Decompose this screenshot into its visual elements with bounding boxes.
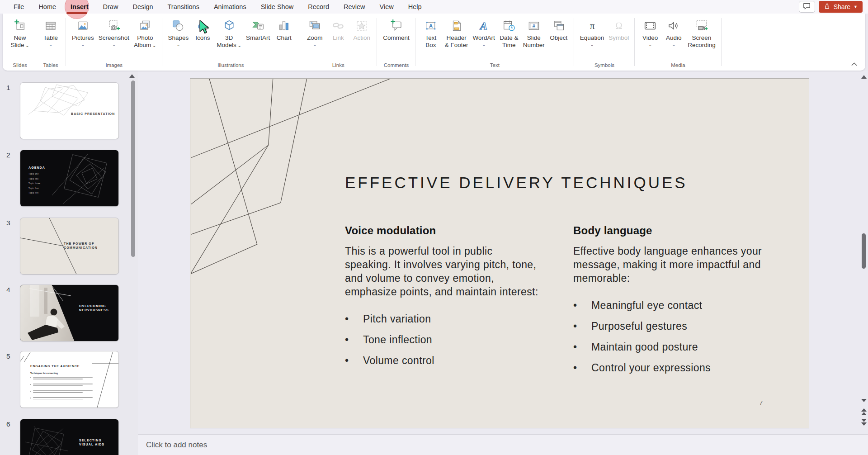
thumbnail-slide-title: THE POWER OF COMMUNICATION: [64, 242, 104, 250]
ribbon-button-3d-models[interactable]: 3DModels ⌄: [215, 17, 243, 50]
ribbon-button-text-box[interactable]: ATextBox: [420, 17, 442, 49]
photo-album-icon: [137, 18, 153, 33]
scroll-down-icon[interactable]: [861, 399, 867, 402]
menu-tab-home[interactable]: Home: [31, 0, 63, 14]
button-label: Date &: [500, 34, 518, 42]
thumbnail-topic: Topic three: [28, 182, 40, 185]
ribbon-button-header-footer[interactable]: Header& Footer: [443, 17, 470, 49]
scroll-up-icon[interactable]: [861, 75, 867, 79]
ribbon-button-slide-number[interactable]: #SlideNumber: [521, 17, 547, 49]
thumbnail-scroll-up-icon[interactable]: [129, 74, 135, 78]
button-label: WordArt: [473, 34, 495, 42]
ribbon-button-screenshot[interactable]: Screenshot⌄: [97, 17, 131, 48]
ribbon-button-comment[interactable]: Comment: [381, 17, 411, 43]
ribbon-button-wordart[interactable]: AWordArt⌄: [471, 17, 497, 48]
slide-thumbnail-5[interactable]: ENGAGING THE AUDIENCETechniques for conn…: [20, 351, 118, 408]
button-label: & Footer: [445, 42, 468, 49]
collapse-ribbon-button[interactable]: [850, 61, 858, 67]
ribbon-button-symbol: ΩSymbol: [607, 17, 631, 43]
ribbon-button-object[interactable]: Object: [547, 17, 570, 43]
menu-tab-file[interactable]: File: [6, 0, 31, 14]
ribbon-button-new-slide[interactable]: NewSlide ⌄: [9, 17, 31, 50]
menu-tab-draw[interactable]: Draw: [96, 0, 126, 14]
slide-number-label: 4: [6, 286, 10, 294]
notes-placeholder[interactable]: Click to add notes: [146, 441, 207, 450]
bullet-dot: •: [573, 299, 591, 312]
bullet-item: •Control your expressions: [573, 361, 769, 374]
slide-title[interactable]: EFFECTIVE DELIVERY TECHNIQUES: [345, 174, 688, 192]
share-label: Share: [834, 3, 850, 10]
ribbon-group-comments: CommentComments: [377, 14, 415, 71]
ribbon-button-screen-recording[interactable]: ScreenRecording: [686, 17, 717, 49]
ribbon-button-shapes[interactable]: Shapes⌄: [166, 17, 191, 48]
menu-tab-help[interactable]: Help: [401, 0, 429, 14]
ribbon-button-smartart[interactable]: SmartArt: [244, 17, 272, 43]
bullet-item: •Pitch variation: [345, 312, 540, 326]
menu-tab-slide-show[interactable]: Slide Show: [254, 0, 301, 14]
object-icon: [551, 18, 566, 33]
svg-text:#: #: [533, 23, 536, 28]
dropdown-chevron-icon: ⌄: [49, 43, 52, 47]
comments-pane-button[interactable]: [799, 1, 815, 13]
slide-thumbnail-6[interactable]: SELECTING VISUAL AIDS: [20, 419, 118, 455]
button-label: New: [14, 34, 26, 42]
ribbon-group-label: Links: [303, 61, 373, 71]
slide-thumbnail-3[interactable]: THE POWER OF COMMUNICATION: [20, 218, 118, 274]
ribbon-button-equation[interactable]: πEquation⌄: [578, 17, 606, 48]
bullet-dot: •: [573, 319, 591, 333]
share-chevron-icon: ▼: [854, 5, 858, 9]
bullet-dot: •: [573, 361, 591, 374]
column-body-text: This is a powerful tool in public speaki…: [345, 244, 540, 299]
share-button[interactable]: Share ▼: [819, 1, 863, 13]
bullet-text: Purposeful gestures: [591, 319, 687, 333]
ribbon-button-zoom[interactable]: Zoom⌄: [303, 17, 326, 48]
button-label: Time: [502, 42, 516, 49]
thumbnail-scrollbar-thumb[interactable]: [131, 81, 135, 257]
bullet-text: Pitch variation: [363, 312, 431, 326]
slide-thumbnail-4[interactable]: OVERCOMING NERVOUSNESS: [20, 285, 118, 341]
button-label: Screen: [692, 34, 712, 42]
ribbon-button-video[interactable]: Video⌄: [639, 17, 661, 48]
menu-tab-insert[interactable]: Insert: [63, 0, 96, 14]
menu-tab-view[interactable]: View: [373, 0, 401, 14]
ribbon-button-date-time[interactable]: Date &Time: [498, 17, 520, 49]
slide-column-body-language[interactable]: Body languageEffective body language enh…: [573, 224, 769, 382]
button-label: Box: [425, 42, 436, 49]
ribbon-group-label: Symbols: [578, 61, 631, 71]
button-label: Slide ⌄: [10, 42, 29, 49]
new-slide-icon: [12, 18, 28, 33]
action-icon: [354, 18, 369, 33]
next-slide-button[interactable]: [861, 419, 867, 426]
button-label: Zoom: [307, 34, 323, 42]
menu-tab-transitions[interactable]: Transitions: [160, 0, 207, 14]
menu-tab-design[interactable]: Design: [125, 0, 160, 14]
menu-tab-record[interactable]: Record: [301, 0, 336, 14]
previous-slide-button[interactable]: [861, 408, 867, 415]
bullet-dot: •: [573, 340, 591, 354]
active-tab-underline: [66, 12, 87, 14]
smartart-icon: [250, 18, 266, 33]
button-label: Table: [43, 34, 58, 42]
thumbnail-bullet-placeholders: [30, 377, 93, 404]
notes-pane[interactable]: Click to add notes: [138, 434, 868, 455]
slide-thumbnail-1[interactable]: BASIC PRESENTATION: [20, 83, 118, 139]
ribbon-group-tables: Table⌄Tables: [35, 14, 66, 71]
ribbon-button-photo-album[interactable]: PhotoAlbum ⌄: [132, 17, 158, 50]
ribbon-button-pictures[interactable]: Pictures⌄: [70, 17, 96, 48]
slide-thumbnail-2[interactable]: AGENDATopic oneTopic twoTopic threeTopic…: [20, 150, 118, 206]
current-slide[interactable]: EFFECTIVE DELIVERY TECHNIQUES Voice modu…: [190, 78, 809, 428]
slide-column-voice-modulation[interactable]: Voice modulationThis is a powerful tool …: [345, 224, 540, 382]
ribbon-button-chart[interactable]: Chart: [273, 17, 295, 43]
menu-tab-review[interactable]: Review: [336, 0, 373, 14]
editing-canvas: EFFECTIVE DELIVERY TECHNIQUES Voice modu…: [138, 71, 868, 434]
ribbon-insert-tab: NewSlide ⌄SlidesTable⌄TablesPictures⌄Scr…: [3, 14, 865, 71]
scrollbar-thumb[interactable]: [862, 233, 866, 269]
slide-body-columns[interactable]: Voice modulationThis is a powerful tool …: [345, 224, 769, 382]
column-heading: Body language: [573, 224, 769, 237]
button-label: Action: [354, 34, 371, 42]
ribbon-button-table[interactable]: Table⌄: [39, 17, 62, 48]
ribbon-group-label: Images: [70, 61, 158, 71]
dropdown-chevron-icon: ⌄: [590, 43, 594, 47]
ribbon-button-audio[interactable]: Audio⌄: [662, 17, 685, 48]
menu-tab-animations[interactable]: Animations: [207, 0, 254, 14]
